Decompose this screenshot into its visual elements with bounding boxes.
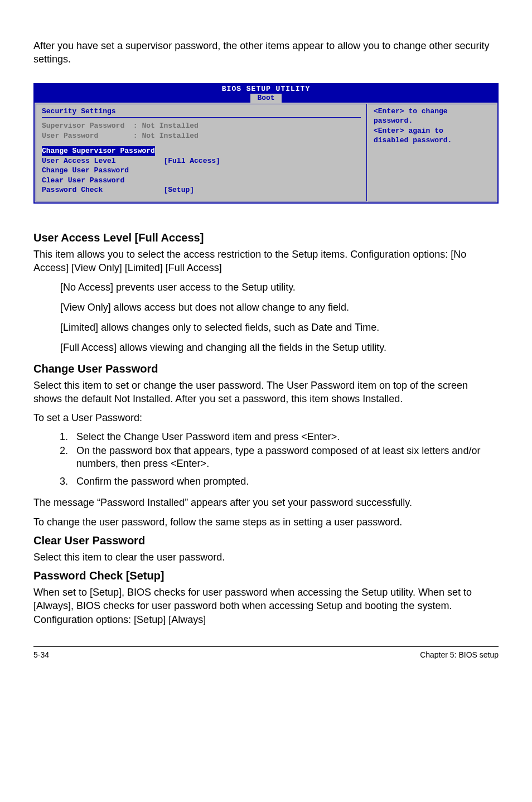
step-item: Select the Change User Password item and… <box>71 431 499 443</box>
step-item: Confirm the password when prompted. <box>71 475 499 488</box>
paragraph: The message “Password Installed” appears… <box>33 496 499 509</box>
steps-list: Select the Change User Password item and… <box>71 431 499 489</box>
option-view-only: [View Only] allows access but does not a… <box>60 301 499 314</box>
intro-paragraph: After you have set a supervisor password… <box>33 39 499 66</box>
paragraph: Select this item to set or change the us… <box>33 379 499 406</box>
step-item: On the password box that appears, type a… <box>71 445 499 471</box>
paragraph: To set a User Password: <box>33 411 499 424</box>
bios-section-title: Security Settings <box>42 107 361 118</box>
page-number: 5-34 <box>33 650 49 659</box>
bios-tab-boot: Boot <box>250 94 281 103</box>
bios-header: BIOS SETUP UTILITY Boot <box>35 84 497 103</box>
password-check-row: Password Check [Setup] <box>42 185 361 195</box>
paragraph: This item allows you to select the acces… <box>33 248 499 275</box>
change-supervisor-password: Change Supervisor Password <box>42 146 155 156</box>
bios-left-panel: Security Settings Supervisor Password : … <box>36 104 367 201</box>
heading-change-user-password: Change User Password <box>33 363 499 375</box>
option-limited: [Limited] allows changes only to selecte… <box>60 321 499 334</box>
help-line: password. <box>374 116 491 126</box>
paragraph: When set to [Setup], BIOS checks for use… <box>33 586 499 626</box>
option-no-access: [No Access] prevents user access to the … <box>60 281 499 294</box>
option-full-access: [Full Access] allows viewing and changin… <box>60 341 499 354</box>
user-access-level-row: User Access Level [Full Access] <box>42 156 361 166</box>
user-password-row: User Password : Not Installed <box>42 131 361 141</box>
bios-title: BIOS SETUP UTILITY <box>222 85 310 93</box>
chapter-label: Chapter 5: BIOS setup <box>420 650 499 659</box>
paragraph: Select this item to clear the user passw… <box>33 550 499 564</box>
help-line: disabled password. <box>374 136 491 146</box>
page-footer: 5-34 Chapter 5: BIOS setup <box>33 646 499 659</box>
heading-user-access-level: User Access Level [Full Access] <box>33 231 499 244</box>
supervisor-password-row: Supervisor Password : Not Installed <box>42 121 361 131</box>
bios-help-panel: <Enter> to change password. <Enter> agai… <box>368 104 496 201</box>
paragraph: To change the user password, follow the … <box>33 515 499 529</box>
change-user-password-row: Change User Password <box>42 166 361 176</box>
help-line: <Enter> again to <box>374 126 491 136</box>
bios-screenshot: BIOS SETUP UTILITY Boot Security Setting… <box>33 83 499 204</box>
heading-clear-user-password: Clear User Password <box>33 534 499 547</box>
clear-user-password-row: Clear User Password <box>42 176 361 186</box>
heading-password-check: Password Check [Setup] <box>33 569 499 582</box>
help-line: <Enter> to change <box>374 107 491 117</box>
